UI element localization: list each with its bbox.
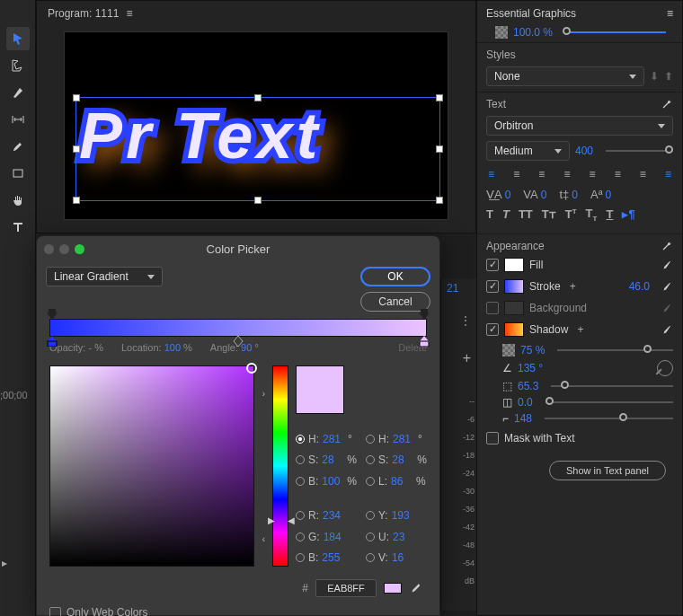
kerning-icon[interactable]: V͟A — [486, 188, 502, 201]
b-radio[interactable] — [296, 477, 305, 486]
u-radio[interactable] — [366, 532, 375, 541]
color-field-marker[interactable] — [246, 363, 257, 374]
eyedropper-icon[interactable] — [661, 259, 673, 271]
style-up-icon[interactable]: ⬆ — [664, 70, 673, 83]
color-picker-titlebar[interactable]: Color Picker — [37, 236, 439, 261]
allcaps-icon[interactable]: TT — [519, 207, 533, 221]
only-web-colors-checkbox[interactable] — [49, 607, 61, 617]
h-radio[interactable] — [296, 435, 305, 444]
text-selection-box[interactable] — [75, 97, 440, 201]
italic-icon[interactable]: T — [502, 207, 510, 221]
hue-strip[interactable]: ▶◀ — [272, 365, 288, 567]
wrench-icon[interactable] — [661, 240, 673, 252]
layer-opacity[interactable]: 100.0 % — [513, 26, 553, 39]
s-radio[interactable] — [296, 455, 305, 464]
tracking-icon[interactable]: VA — [523, 188, 537, 201]
shadow-blur-slider[interactable] — [545, 418, 673, 419]
align-right-icon[interactable]: ≡ — [538, 168, 545, 180]
shadow-checkbox[interactable] — [486, 323, 499, 336]
selection-tool[interactable] — [6, 27, 30, 50]
align-justify-icon[interactable]: ≡ — [563, 168, 570, 180]
leading-icon[interactable]: t‡ — [559, 188, 569, 201]
shadow-opacity-slider[interactable] — [557, 349, 673, 351]
r-radio[interactable] — [296, 511, 305, 520]
underline-icon[interactable]: T — [606, 207, 613, 221]
font-size[interactable]: 400 — [575, 145, 593, 157]
g-radio[interactable] — [296, 532, 305, 541]
eyedropper-icon[interactable] — [661, 323, 673, 336]
hue-expand-icon[interactable]: ‹ — [262, 533, 265, 544]
baseline-icon[interactable]: Aª — [590, 188, 602, 201]
stroke-width[interactable]: 46.0 — [629, 280, 650, 293]
program-monitor[interactable]: Pr Text Pr Text Pr Text — [64, 31, 448, 220]
h-value[interactable]: 281 — [323, 433, 344, 445]
shadow-swatch[interactable] — [504, 322, 524, 337]
direct-select-tool[interactable] — [6, 54, 30, 77]
bb-radio[interactable] — [296, 553, 305, 562]
eyedropper-icon[interactable] — [661, 302, 673, 314]
gradient-midpoint[interactable] — [233, 336, 244, 347]
play-icon[interactable]: ▸ — [2, 557, 7, 569]
font-size-slider[interactable] — [606, 150, 673, 152]
align-full-icon[interactable]: ≡ — [665, 168, 671, 180]
s2-radio[interactable] — [366, 455, 375, 464]
shadow-opacity[interactable]: 75 % — [520, 344, 545, 356]
align-justify-right-icon[interactable]: ≡ — [640, 168, 646, 180]
mask-with-text-checkbox[interactable] — [486, 432, 499, 444]
align-justify-center-icon[interactable]: ≡ — [615, 168, 621, 180]
shadow-size-slider[interactable] — [546, 401, 673, 403]
add-icon[interactable]: + — [463, 350, 471, 366]
color-field[interactable] — [49, 365, 254, 567]
kebab-icon[interactable]: ⋮ — [460, 314, 471, 327]
hex-input[interactable] — [315, 579, 377, 597]
show-in-text-panel-button[interactable]: Show in Text panel — [549, 461, 666, 480]
fill-checkbox[interactable] — [486, 259, 499, 271]
stroke-checkbox[interactable] — [486, 280, 499, 293]
fill-swatch[interactable] — [504, 258, 524, 272]
h2-radio[interactable] — [366, 435, 375, 444]
align-left-icon[interactable]: ≡ — [488, 168, 494, 180]
l-radio[interactable] — [366, 477, 375, 486]
style-select[interactable]: None — [486, 66, 644, 86]
gradient-arrow-left[interactable] — [47, 309, 58, 320]
smallcaps-icon[interactable]: Tᴛ — [542, 207, 556, 221]
stroke-swatch[interactable] — [504, 279, 524, 294]
panel-menu-icon[interactable]: ≡ — [667, 7, 673, 20]
superscript-icon[interactable]: TT — [565, 207, 577, 221]
background-checkbox[interactable] — [486, 302, 499, 314]
add-shadow-icon[interactable]: + — [577, 323, 583, 336]
gradient-arrow-right[interactable] — [419, 309, 430, 320]
align-center-icon[interactable]: ≡ — [513, 168, 519, 180]
align-justify-left-icon[interactable]: ≡ — [590, 168, 596, 180]
gradient-bar[interactable] — [49, 319, 427, 337]
type-tool[interactable] — [6, 216, 30, 239]
shadow-size[interactable]: 0.0 — [518, 396, 533, 409]
gradient-stop-left[interactable] — [47, 336, 58, 347]
subscript-icon[interactable]: TT — [586, 207, 598, 223]
angle-dial[interactable] — [657, 360, 673, 376]
eyedropper-icon[interactable] — [409, 582, 421, 594]
pen-tool[interactable] — [6, 81, 30, 104]
shadow-distance[interactable]: 65.3 — [518, 380, 538, 392]
shadow-angle[interactable]: 135 ° — [518, 362, 543, 374]
add-stroke-icon[interactable]: + — [570, 280, 576, 293]
gradient-location[interactable]: 100 — [164, 342, 181, 353]
brush-tool[interactable] — [6, 135, 30, 158]
gradient-type-select[interactable]: Linear Gradient — [46, 267, 163, 286]
font-weight-select[interactable]: Medium — [486, 141, 570, 161]
rectangle-tool[interactable] — [6, 162, 30, 185]
panel-menu-icon[interactable]: ≡ — [126, 7, 132, 20]
eyedropper-icon[interactable] — [661, 280, 673, 293]
wrench-icon[interactable] — [661, 98, 673, 110]
ok-button[interactable]: OK — [360, 267, 430, 286]
tab-icon[interactable]: ▸¶ — [622, 207, 634, 221]
gradient-stop-right[interactable] — [419, 336, 430, 347]
style-down-icon[interactable]: ⬇ — [650, 70, 659, 83]
shadow-distance-slider[interactable] — [551, 385, 673, 387]
hand-tool[interactable] — [6, 189, 30, 212]
bold-icon[interactable]: T — [486, 207, 493, 221]
v-radio[interactable] — [366, 553, 375, 562]
font-select[interactable]: Orbitron — [486, 116, 673, 136]
y-radio[interactable] — [366, 511, 375, 520]
background-swatch[interactable] — [504, 301, 524, 315]
